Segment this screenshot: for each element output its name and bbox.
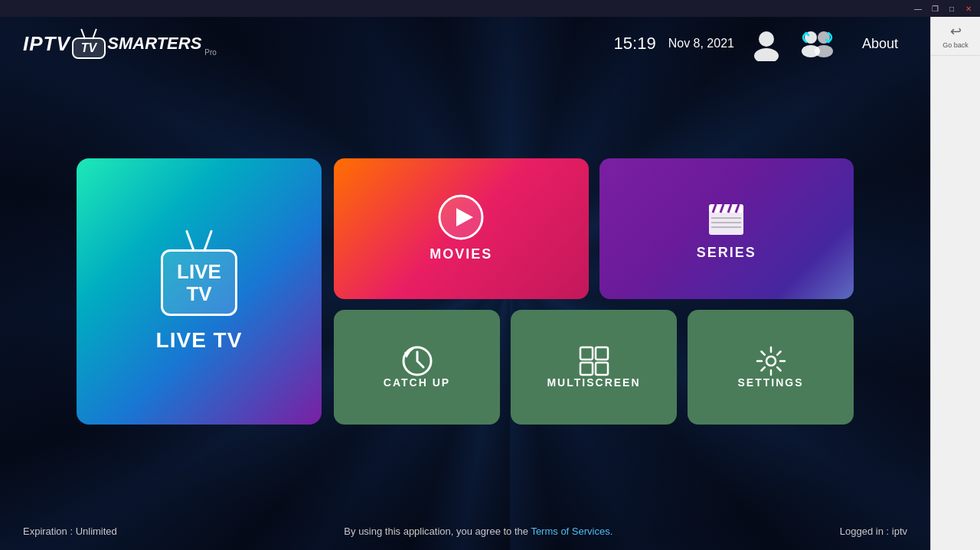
play-icon — [438, 194, 484, 240]
go-back-label: Go back — [942, 41, 969, 49]
bottom-row: CATCH UP MULTISCREEN — [334, 310, 854, 425]
settings-card[interactable]: SETTINGS — [688, 310, 854, 425]
logo-iptv: IPTV — [23, 32, 70, 56]
footer: Expiration : Unlimited By using this app… — [0, 512, 930, 550]
expiry-text: Expiration : Unlimited — [23, 526, 117, 537]
movies-label: MOVIES — [430, 246, 492, 262]
svg-rect-21 — [580, 363, 593, 375]
clapboard-icon — [705, 197, 747, 239]
close-button[interactable]: ✕ — [960, 0, 977, 17]
logo-tv-icon: TV — [72, 28, 106, 59]
svg-rect-22 — [596, 363, 608, 375]
maximize-button[interactable]: □ — [943, 0, 960, 17]
about-button[interactable]: About — [853, 31, 907, 57]
movies-card[interactable]: MOVIES — [334, 158, 589, 299]
series-label: SERIES — [697, 245, 756, 261]
restore-button[interactable]: ❐ — [926, 0, 943, 17]
multiscreen-card[interactable]: MULTISCREEN — [511, 310, 677, 425]
multiscreen-icon — [579, 346, 609, 376]
live-tv-label: LIVE TV — [156, 328, 243, 353]
logged-in-text: Logged in : iptv — [840, 526, 907, 537]
time-date: 15:19 Nov 8, 2021 — [614, 34, 734, 54]
svg-point-23 — [766, 356, 776, 366]
user-icon — [750, 27, 784, 61]
right-grid: MOVIES SERIES — [334, 158, 854, 425]
logo-pro: Pro — [204, 48, 217, 57]
series-card[interactable]: SERIES — [599, 158, 854, 299]
tv-text-line2: TV — [186, 282, 211, 305]
catchup-icon — [402, 346, 433, 376]
right-panel: ▲ ? ↩ Go back — [930, 0, 980, 550]
svg-point-0 — [759, 31, 774, 47]
window-controls: — ❐ □ ✕ — [910, 0, 977, 17]
header-right: 15:19 Nov 8, 2021 — [614, 27, 907, 61]
catch-up-label: CATCH UP — [384, 376, 450, 389]
svg-rect-19 — [580, 347, 593, 360]
header: IPTV TV SMARTERS Pro 15:19 Nov 8, — [0, 17, 930, 70]
main-grid: LIVE TV LIVE TV MOVIES — [0, 70, 930, 512]
settings-icon — [756, 346, 786, 376]
user-profile-button[interactable] — [750, 27, 784, 61]
taskbar-top: — ❐ □ ✕ — [0, 0, 980, 17]
current-time: 15:19 — [614, 34, 656, 54]
logo-tv-text: TV — [81, 41, 96, 55]
minimize-button[interactable]: — — [910, 0, 926, 17]
tv-screen: LIVE TV — [161, 249, 237, 316]
logo-smarters: SMARTERS — [107, 34, 201, 54]
svg-point-5 — [815, 45, 833, 57]
current-date: Nov 8, 2021 — [668, 37, 734, 50]
live-tv-card[interactable]: LIVE TV LIVE TV — [77, 158, 322, 425]
multiscreen-label: MULTISCREEN — [547, 376, 640, 389]
switch-user-icon — [799, 27, 838, 61]
catch-up-card[interactable]: CATCH UP — [334, 310, 500, 425]
tv-screen-text: LIVE TV — [177, 261, 221, 304]
go-back-button[interactable]: ↩ Go back — [931, 17, 980, 56]
tv-antennas — [189, 229, 209, 252]
svg-rect-20 — [596, 347, 608, 360]
terms-link[interactable]: Terms of Services. — [531, 526, 612, 537]
go-back-icon: ↩ — [950, 23, 962, 40]
logo-area: IPTV TV SMARTERS Pro — [23, 28, 217, 59]
tv-illustration: LIVE TV — [161, 229, 237, 316]
terms-prefix: By using this application, you agree to … — [344, 526, 531, 537]
terms-text: By using this application, you agree to … — [344, 526, 612, 537]
tv-text-line1: LIVE — [177, 260, 221, 283]
svg-point-1 — [754, 48, 779, 61]
settings-label: SETTINGS — [737, 376, 803, 389]
main-content: IPTV TV SMARTERS Pro 15:19 Nov 8, — [0, 17, 930, 550]
switch-user-button[interactable] — [799, 27, 838, 61]
